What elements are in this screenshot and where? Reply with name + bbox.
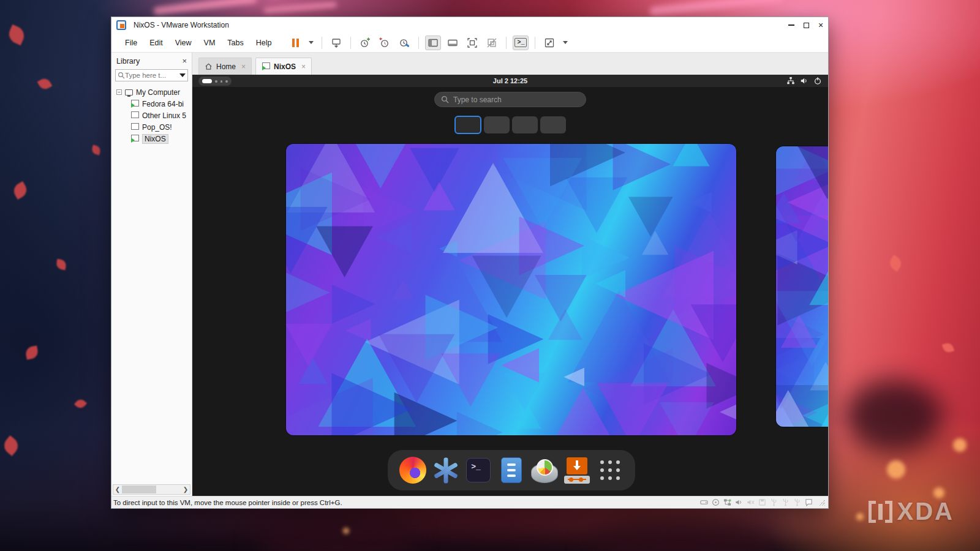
scroll-left-icon[interactable]: ❮ (113, 487, 122, 493)
scroll-right-icon[interactable]: ❯ (181, 487, 190, 493)
send-to-device-button[interactable] (328, 36, 344, 50)
status-bar: To direct input to this VM, move the mou… (111, 496, 828, 508)
tree-collapse-icon[interactable]: − (116, 89, 122, 95)
library-search[interactable] (115, 69, 188, 81)
vm-running-icon (132, 136, 139, 141)
tab-close-icon[interactable]: × (301, 62, 306, 71)
workspace-thumb-2[interactable] (484, 116, 510, 133)
close-button[interactable]: × (813, 17, 828, 33)
wallpaper-bokeh (343, 528, 349, 534)
scrollbar-thumb[interactable] (122, 485, 156, 493)
sound-icon[interactable] (735, 498, 743, 506)
home-icon (205, 62, 213, 70)
firefox-icon (399, 457, 426, 484)
hard-disk-icon[interactable] (700, 498, 708, 506)
take-snapshot-button[interactable] (357, 36, 373, 50)
usb-device-icon[interactable] (782, 498, 790, 506)
sound-muted-icon[interactable] (747, 498, 755, 506)
library-horizontal-scrollbar[interactable]: ❮ ❯ (113, 484, 190, 495)
vm-screen[interactable]: Jul 2 12:25 (192, 75, 828, 496)
menu-file[interactable]: File (119, 39, 143, 47)
fullscreen-icon (467, 37, 478, 48)
gnome-dash: >_ (388, 450, 635, 490)
terminal-icon: >_ (514, 38, 527, 47)
stretch-menu-caret[interactable] (561, 36, 570, 50)
wallpaper-bokeh (933, 487, 944, 498)
wallpaper-shadow (257, 514, 417, 551)
close-icon: × (818, 21, 823, 29)
stretch-icon (544, 37, 555, 48)
vm-running-icon (132, 101, 139, 107)
wallpaper-bokeh (856, 513, 864, 520)
suspend-button[interactable] (287, 36, 303, 50)
volume-icon (800, 77, 809, 85)
wallpaper-shadow (588, 519, 772, 551)
gnome-system-menu[interactable] (786, 75, 822, 87)
xda-watermark: XDA (869, 498, 954, 525)
computer-icon (125, 89, 133, 96)
usb-device-icon[interactable] (770, 498, 778, 506)
manage-snapshots-button[interactable] (396, 36, 412, 50)
workspace-preview-current[interactable] (286, 144, 736, 435)
dock-terminal[interactable]: >_ (464, 456, 492, 484)
xda-logo-bracket-right-icon (885, 501, 892, 523)
dock-nixos[interactable] (432, 456, 460, 484)
window-titlebar[interactable]: NixOS - VMware Workstation × (111, 17, 828, 33)
maximize-button[interactable] (799, 17, 813, 33)
xda-logo-bar-icon (878, 504, 883, 520)
dock-show-apps[interactable] (596, 456, 624, 484)
menu-help[interactable]: Help (250, 39, 278, 47)
chevron-down-icon (309, 41, 314, 44)
enter-fullscreen-button[interactable] (464, 36, 480, 50)
vm-icon (132, 124, 139, 130)
show-library-button[interactable] (425, 36, 441, 50)
library-search-caret-icon[interactable] (179, 73, 186, 77)
workspace-preview-next[interactable] (776, 146, 828, 427)
tree-item-my-computer[interactable]: − My Computer (116, 86, 192, 98)
free-stretch-button[interactable] (541, 36, 557, 50)
terminal-icon: >_ (466, 458, 491, 482)
vmware-window: NixOS - VMware Workstation × File Edit V… (111, 17, 829, 509)
tree-item-vm-other-linux[interactable]: Other Linux 5 (116, 110, 192, 121)
menu-vm[interactable]: VM (198, 39, 222, 47)
dock-disk-usage[interactable] (530, 456, 559, 484)
library-search-input[interactable] (125, 72, 169, 79)
menu-edit[interactable]: Edit (143, 39, 169, 47)
show-console-view-button[interactable] (445, 36, 461, 50)
gnome-clock[interactable]: Jul 2 12:25 (192, 77, 828, 84)
menu-view[interactable]: View (169, 39, 198, 47)
network-adapter-icon[interactable] (723, 498, 731, 506)
wallpaper-leaf (11, 181, 29, 200)
workspace-thumb-1[interactable] (454, 116, 481, 134)
revert-snapshot-button[interactable] (377, 36, 393, 50)
menu-tabs[interactable]: Tabs (221, 39, 249, 47)
wallpaper-leaf (6, 24, 27, 45)
usb-device-icon[interactable] (793, 498, 801, 506)
tab-close-icon[interactable]: × (241, 62, 246, 71)
suspend-menu-caret[interactable] (307, 36, 315, 50)
tab-home[interactable]: Home × (198, 58, 252, 75)
workspace-thumb-3[interactable] (512, 116, 538, 133)
tab-nixos[interactable]: NixOS × (255, 58, 312, 75)
tree-item-vm-nixos[interactable]: NixOS (116, 133, 192, 144)
virtual-terminal-button[interactable]: >_ (513, 36, 529, 50)
library-close-icon[interactable]: × (182, 56, 187, 66)
minimize-button[interactable] (784, 17, 799, 33)
gnome-top-bar: Jul 2 12:25 (192, 75, 828, 87)
scrollbar-track[interactable] (122, 485, 181, 494)
tree-item-vm-pop-os[interactable]: Pop_OS! (116, 121, 192, 133)
resize-grip[interactable] (818, 498, 826, 506)
wallpaper-bokeh (953, 438, 967, 452)
message-log-icon[interactable] (805, 498, 813, 506)
dock-installer[interactable] (563, 456, 591, 484)
dock-files[interactable] (497, 456, 526, 484)
snapshot-wrench-icon (399, 37, 410, 48)
tree-item-vm-fedora[interactable]: Fedora 64-bi (116, 98, 192, 110)
gnome-search-field[interactable]: Type to search (434, 92, 586, 107)
unity-mode-button[interactable] (484, 36, 500, 50)
panel-left-icon (428, 37, 439, 48)
dock-firefox[interactable] (399, 456, 427, 484)
workspace-thumb-4[interactable] (540, 116, 566, 133)
cd-rom-icon[interactable] (712, 498, 720, 506)
floppy-icon[interactable] (758, 498, 766, 506)
